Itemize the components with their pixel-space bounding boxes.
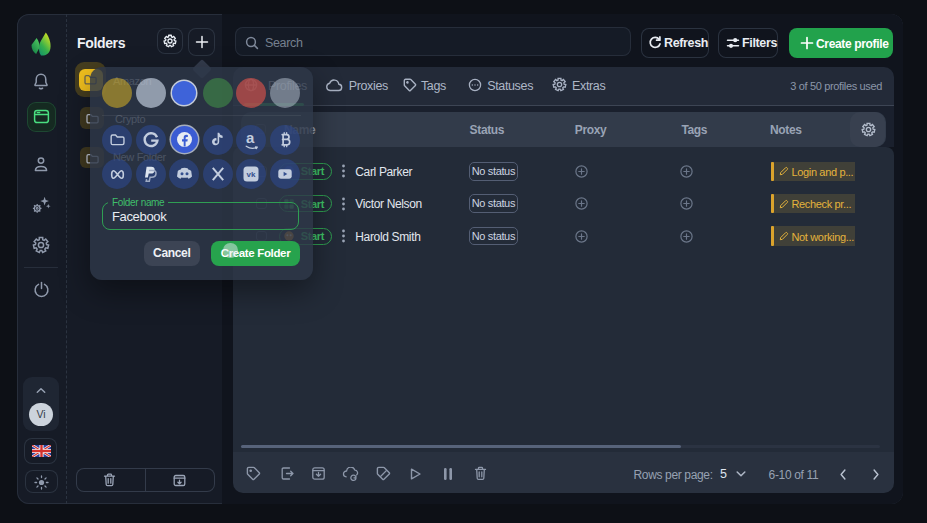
svg-text:vk: vk bbox=[247, 170, 256, 179]
